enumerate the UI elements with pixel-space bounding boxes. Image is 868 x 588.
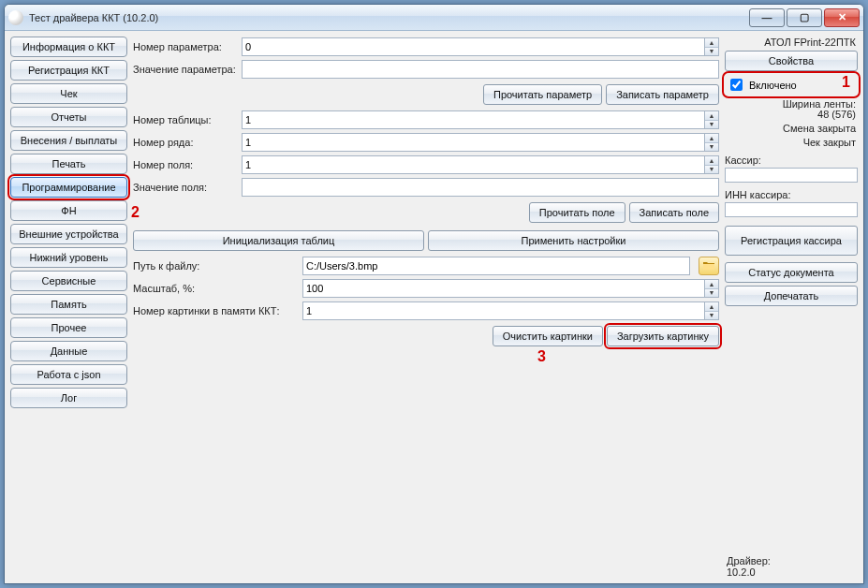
file-path-input[interactable] — [302, 257, 690, 275]
table-number-label: Номер таблицы: — [133, 114, 236, 125]
browse-button[interactable] — [699, 257, 719, 275]
row-number-field: ▲▼ — [242, 133, 719, 152]
reprint-button[interactable]: Допечатать — [725, 286, 858, 306]
nav-print[interactable]: Печать — [10, 154, 127, 174]
field-number-field: ▲▼ — [242, 155, 719, 174]
scale-input[interactable] — [302, 279, 705, 298]
scale-label: Масштаб, %: — [133, 283, 297, 294]
enabled-checkbox[interactable] — [730, 79, 743, 91]
nav-programming[interactable]: Программирование — [10, 177, 127, 198]
param-value-label: Значение параметра: — [133, 64, 236, 75]
left-nav: Информация о ККТ Регистрация ККТ Чек Отч… — [10, 37, 127, 578]
field-value-label: Значение поля: — [133, 182, 236, 193]
enabled-check-row: Включено — [725, 74, 858, 96]
param-number-input[interactable] — [242, 37, 705, 56]
minimize-button[interactable]: — — [749, 8, 785, 27]
nav-info[interactable]: Информация о ККТ — [10, 37, 127, 57]
nav-data[interactable]: Данные — [10, 341, 127, 361]
init-tables-button[interactable]: Инициализация таблиц — [133, 230, 424, 251]
device-name: АТОЛ FPrint-22ПТК — [725, 37, 858, 48]
read-param-button[interactable]: Прочитать параметр — [483, 84, 602, 105]
table-number-field: ▲▼ — [242, 110, 719, 129]
nav-memory[interactable]: Память — [10, 294, 127, 315]
titlebar: Тест драйвера ККТ (10.2.0) — ▢ ✕ — [5, 5, 863, 31]
row-number-input[interactable] — [242, 133, 705, 152]
nav-reports[interactable]: Отчеты — [10, 107, 127, 127]
load-image-button[interactable]: Загрузить картинку — [607, 326, 719, 346]
cashier-inn-input[interactable] — [725, 202, 858, 217]
nav-cheque[interactable]: Чек — [10, 83, 127, 104]
write-param-button[interactable]: Записать параметр — [606, 84, 719, 105]
field-value-input[interactable] — [242, 178, 719, 197]
maximize-button[interactable]: ▢ — [787, 8, 822, 27]
register-cashier-button[interactable]: Регистрация кассира — [725, 226, 858, 256]
nav-low-level[interactable]: Нижний уровень — [10, 247, 127, 268]
nav-cash[interactable]: Внесения / выплаты — [10, 130, 127, 151]
close-button[interactable]: ✕ — [824, 8, 860, 27]
app-icon — [8, 10, 23, 25]
cashier-inn-label: ИНН кассира: — [725, 189, 858, 200]
nav-json[interactable]: Работа с json — [10, 364, 127, 385]
write-field-button[interactable]: Записать поле — [629, 202, 719, 223]
nav-external-devices[interactable]: Внешние устройства — [10, 224, 127, 244]
annotation-1: 1 — [842, 74, 850, 91]
row-number-label: Номер ряда: — [133, 137, 236, 148]
field-number-spin[interactable]: ▲▼ — [705, 155, 719, 174]
param-number-field: ▲▼ — [242, 37, 719, 56]
scale-field: ▲▼ — [302, 279, 719, 298]
nav-fn[interactable]: ФН — [10, 200, 127, 221]
apply-settings-button[interactable]: Применить настройки — [428, 230, 719, 251]
app-window: Тест драйвера ККТ (10.2.0) — ▢ ✕ Информа… — [4, 4, 864, 584]
image-number-field: ▲▼ — [302, 301, 719, 320]
window-controls: — ▢ ✕ — [749, 8, 860, 27]
driver-version: 10.2.0 — [727, 566, 856, 578]
tape-width-value: 48 (576) — [725, 109, 858, 120]
param-number-label: Номер параметра: — [133, 41, 236, 52]
doc-status-button[interactable]: Статус документа — [725, 262, 858, 283]
read-field-button[interactable]: Прочитать поле — [529, 202, 625, 223]
nav-service[interactable]: Сервисные — [10, 271, 127, 291]
annotation-3: 3 — [537, 348, 546, 365]
nav-log[interactable]: Лог — [10, 388, 127, 408]
driver-label: Драйвер: — [727, 555, 856, 566]
field-number-label: Номер поля: — [133, 159, 236, 170]
image-number-spin[interactable]: ▲▼ — [705, 301, 719, 320]
scale-spin[interactable]: ▲▼ — [705, 279, 719, 298]
clear-images-button[interactable]: Очистить картинки — [493, 326, 603, 346]
param-number-spin[interactable]: ▲▼ — [705, 37, 719, 56]
shift-status: Смена закрыта — [725, 123, 858, 134]
cashier-label: Кассир: — [725, 154, 858, 166]
client-area: Информация о ККТ Регистрация ККТ Чек Отч… — [5, 31, 863, 583]
cheque-status: Чек закрыт — [725, 137, 858, 148]
right-panel: АТОЛ FPrint-22ПТК Свойства Включено 1 Ши… — [725, 37, 858, 578]
properties-button[interactable]: Свойства — [725, 51, 858, 71]
folder-icon — [703, 261, 714, 271]
nav-register-kkt[interactable]: Регистрация ККТ — [10, 60, 127, 81]
file-path-label: Путь к файлу: — [133, 260, 297, 272]
image-number-input[interactable] — [302, 301, 705, 320]
table-number-spin[interactable]: ▲▼ — [705, 110, 719, 129]
cashier-input[interactable] — [725, 168, 858, 183]
field-number-input[interactable] — [242, 155, 705, 174]
table-number-input[interactable] — [242, 110, 705, 129]
window-title: Тест драйвера ККТ (10.2.0) — [29, 12, 749, 23]
image-number-label: Номер картинки в памяти ККТ: — [133, 305, 297, 316]
param-value-input[interactable] — [242, 60, 719, 79]
enabled-label: Включено — [749, 80, 797, 91]
row-number-spin[interactable]: ▲▼ — [705, 133, 719, 152]
nav-other[interactable]: Прочее — [10, 317, 127, 338]
annotation-2: 2 — [131, 204, 140, 221]
center-panel: Номер параметра: ▲▼ Значение параметра: … — [133, 37, 719, 578]
